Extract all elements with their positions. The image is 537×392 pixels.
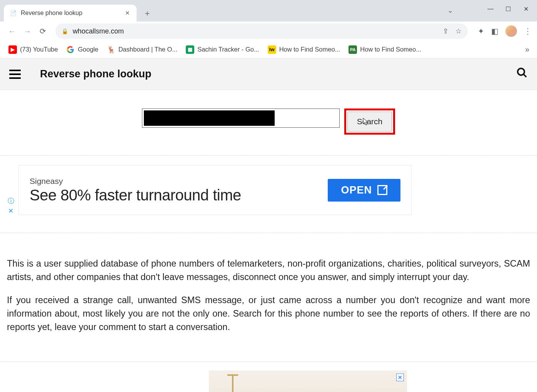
- menu-kebab-icon[interactable]: ⋮: [524, 27, 532, 36]
- search-button-highlight: Search: [344, 108, 395, 135]
- ad-content[interactable]: Signeasy See 80% faster turnaround time …: [18, 165, 412, 215]
- tab-search-caret-icon[interactable]: ⌄: [447, 6, 453, 15]
- site-search-icon[interactable]: [516, 67, 528, 81]
- new-tab-button[interactable]: ＋: [141, 7, 153, 19]
- omnibox-actions: ⇪ ☆: [443, 27, 462, 35]
- external-link-icon: [377, 185, 387, 195]
- toolbar-right: ✦ ◧ ⋮: [478, 25, 532, 37]
- extensions-icon[interactable]: ✦: [478, 27, 484, 36]
- ad-close-icon[interactable]: ✕: [8, 207, 13, 215]
- browser-toolbar: ← → ⟳ 🔒 whocallsme.com ⇪ ☆ ✦ ◧ ⋮: [0, 22, 537, 41]
- google-icon: [66, 45, 75, 54]
- bookmark-google[interactable]: Google: [64, 44, 100, 55]
- bookmark-label: Dashboard | The O...: [118, 46, 177, 53]
- url-text: whocallsme.com: [73, 27, 124, 35]
- nav-back-icon[interactable]: ←: [5, 25, 18, 38]
- tab-title: Reverse phone lookup: [21, 10, 120, 17]
- hamburger-menu-icon[interactable]: [9, 70, 21, 79]
- ad-headline: See 80% faster turnaround time: [30, 187, 241, 204]
- ad-text-block: Signeasy See 80% faster turnaround time: [30, 177, 241, 204]
- lw-icon: lw: [268, 45, 276, 54]
- tab-favicon-icon: 📄: [9, 9, 17, 17]
- ad-info-icon[interactable]: ⓘ: [8, 197, 14, 205]
- page-viewport[interactable]: Reverse phone lookup Search ⓘ ✕ Signeasy: [0, 58, 537, 392]
- search-button-label: Search: [357, 117, 383, 126]
- bookmark-label: Sachin Tracker - Go...: [197, 46, 259, 53]
- bookmark-sheets[interactable]: ▦ Sachin Tracker - Go...: [183, 44, 261, 55]
- window-close-icon[interactable]: ✕: [522, 5, 529, 12]
- bookmark-label: Google: [78, 46, 98, 53]
- page-title: Reverse phone lookup: [40, 68, 152, 80]
- bookmark-star-icon[interactable]: ☆: [455, 27, 462, 35]
- bookmarks-overflow-icon[interactable]: »: [525, 45, 531, 54]
- sidepanel-icon[interactable]: ◧: [491, 27, 499, 36]
- description-section: This is a user supplied database of phon…: [0, 233, 537, 362]
- ad-banner-top: ⓘ ✕ Signeasy See 80% faster turnaround t…: [0, 156, 537, 233]
- nav-reload-icon[interactable]: ⟳: [36, 25, 49, 38]
- description-paragraph-2: If you received a strange call, unwanted…: [7, 294, 530, 334]
- bookmark-dashboard[interactable]: 🦌 Dashboard | The O...: [105, 44, 180, 55]
- bookmarks-bar: ▶ (73) YouTube Google 🦌 Dashboard | The …: [0, 41, 537, 58]
- bookmark-pa[interactable]: PA How to Find Someo...: [346, 44, 424, 55]
- svg-point-0: [518, 68, 525, 75]
- nav-forward-icon: →: [21, 25, 34, 38]
- ad-bottom-right[interactable]: ✕: [209, 370, 407, 392]
- pa-icon: PA: [349, 45, 357, 54]
- phone-search-section: Search: [0, 90, 537, 156]
- ad-bottom-left[interactable]: [7, 370, 209, 392]
- window-controls: ― ☐ ✕: [479, 0, 537, 18]
- tab-close-icon[interactable]: ✕: [123, 9, 131, 17]
- profile-avatar[interactable]: [505, 25, 517, 37]
- description-paragraph-1: This is a user supplied database of phon…: [7, 257, 530, 284]
- ad-open-button[interactable]: OPEN: [328, 179, 400, 202]
- svg-line-1: [524, 74, 527, 77]
- lock-icon[interactable]: 🔒: [62, 28, 68, 34]
- browser-tab[interactable]: 📄 Reverse phone lookup ✕: [4, 5, 137, 22]
- redacted-input-value: [144, 110, 275, 126]
- bookmark-label: How to Find Someo...: [360, 46, 421, 53]
- share-icon[interactable]: ⇪: [443, 27, 449, 35]
- bookmark-lw[interactable]: lw How to Find Someo...: [265, 44, 343, 55]
- sheets-icon: ▦: [186, 45, 194, 54]
- address-bar[interactable]: 🔒 whocallsme.com ⇪ ☆: [55, 23, 468, 39]
- phone-number-input[interactable]: [142, 108, 340, 128]
- bookmark-label: (73) YouTube: [20, 46, 58, 53]
- ad-banner-bottom: ✕: [0, 362, 537, 392]
- browser-titlebar: 📄 Reverse phone lookup ✕ ＋ ⌄ ― ☐ ✕: [0, 0, 537, 22]
- ad-bottom-close-icon[interactable]: ✕: [396, 374, 404, 381]
- search-button[interactable]: Search: [347, 112, 392, 132]
- ad-brand: Signeasy: [30, 177, 241, 186]
- ad-cta-label: OPEN: [341, 184, 372, 196]
- bookmark-youtube[interactable]: ▶ (73) YouTube: [6, 44, 60, 55]
- window-maximize-icon[interactable]: ☐: [505, 5, 512, 12]
- ad-controls: ⓘ ✕: [7, 165, 15, 215]
- window-minimize-icon[interactable]: ―: [487, 5, 494, 12]
- ad-image-faucet: [232, 374, 233, 392]
- dashboard-icon: 🦌: [107, 45, 115, 54]
- youtube-icon: ▶: [8, 45, 17, 54]
- site-header: Reverse phone lookup: [0, 58, 537, 90]
- bookmark-label: How to Find Someo...: [279, 46, 340, 53]
